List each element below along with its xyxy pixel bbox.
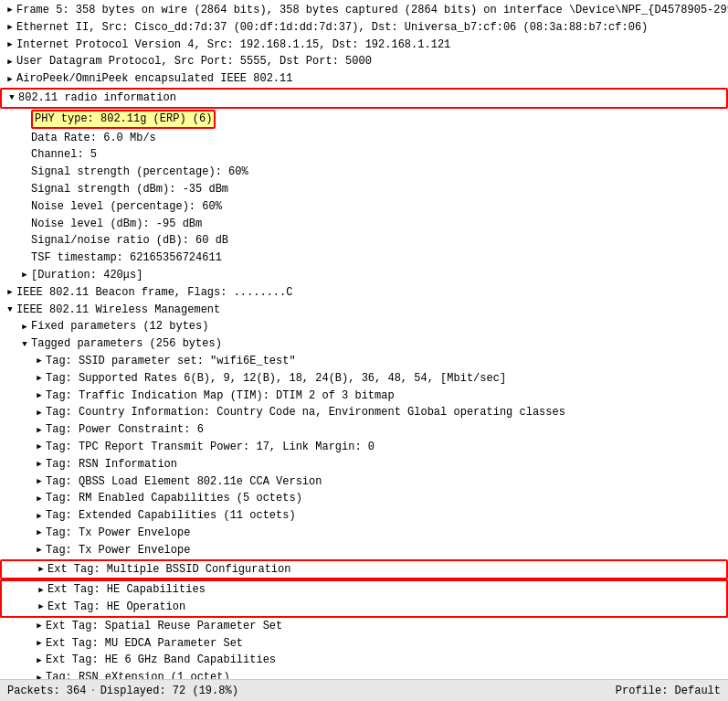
tree-line[interactable]: Ext Tag: Multiple BSSID Configuration (0, 559, 728, 580)
tree-line[interactable]: Ext Tag: HE 6 GHz Band Capabilities (0, 652, 728, 669)
line-text: Signal/noise ratio (dB): 60 dB (31, 233, 228, 249)
tree-line[interactable]: IEEE 802.11 Beacon frame, Flags: .......… (0, 284, 728, 302)
line-text: Tag: Tx Power Envelope (46, 543, 190, 558)
toggle-icon[interactable] (33, 544, 46, 557)
toggle-icon[interactable] (33, 526, 46, 539)
packet-tree[interactable]: Frame 5: 358 bytes on wire (2864 bits), … (0, 0, 728, 679)
toggle-icon[interactable] (33, 389, 46, 402)
line-text: Ext Tag: HE Operation (47, 600, 185, 615)
tree-line[interactable]: Ethernet II, Src: Cisco_dd:7d:37 (00:df:… (0, 19, 728, 37)
line-text: Ext Tag: Multiple BSSID Configuration (47, 562, 290, 578)
tree-line[interactable]: Internet Protocol Version 4, Src: 192.16… (0, 37, 728, 54)
toggle-icon[interactable] (33, 475, 46, 488)
tree-line[interactable]: PHY type: 802.11g (ERP) (6) (0, 109, 728, 130)
toggle-icon[interactable] (18, 321, 31, 334)
toggle-icon[interactable] (33, 510, 46, 523)
line-text: Tag: Supported Rates 6(B), 9, 12(B), 18,… (46, 371, 506, 387)
tree-line[interactable]: Tag: TPC Report Transmit Power: 17, Link… (0, 439, 728, 456)
toggle-icon[interactable] (33, 672, 46, 679)
line-text: Tag: Tx Power Envelope (46, 526, 190, 541)
displayed-count: Displayed: 72 (19.8%) (100, 685, 238, 697)
tree-line[interactable]: Ext Tag: HE Operation (0, 599, 728, 618)
line-text: Tag: RM Enabled Capabilities (5 octets) (46, 491, 302, 506)
line-text: Frame 5: 358 bytes on wire (2864 bits), … (16, 3, 728, 18)
tree-line[interactable]: Tag: RM Enabled Capabilities (5 octets) (0, 490, 728, 507)
toggle-icon[interactable] (33, 441, 46, 453)
toggle-icon[interactable] (33, 654, 46, 667)
tree-line[interactable]: Tag: QBSS Load Element 802.11e CCA Versi… (0, 473, 728, 491)
toggle-icon[interactable] (4, 56, 16, 69)
toggle-icon[interactable] (33, 372, 46, 385)
tree-line[interactable]: Ext Tag: HE Capabilities (0, 579, 728, 599)
line-text: Noise level (percentage): 60% (31, 199, 222, 215)
tree-line[interactable]: Signal strength (percentage): 60% (0, 164, 728, 181)
tree-line[interactable]: User Datagram Protocol, Src Port: 5555, … (0, 53, 728, 70)
toggle-icon[interactable] (4, 73, 16, 86)
tree-line[interactable]: Tag: Country Information: Country Code n… (0, 404, 728, 421)
line-text: Data Rate: 6.0 Mb/s (31, 131, 156, 146)
line-text: Tag: Traffic Indication Map (TIM): DTIM … (46, 388, 395, 404)
tree-line[interactable]: Ext Tag: MU EDCA Parameter Set (0, 635, 728, 653)
toggle-icon[interactable] (18, 338, 31, 351)
status-sep1: · (90, 685, 96, 697)
toggle-icon[interactable] (35, 584, 47, 597)
tree-line[interactable]: 802.11 radio information (0, 88, 728, 109)
tree-line[interactable]: Channel: 5 (0, 146, 728, 164)
tree-line[interactable]: Ext Tag: Spatial Reuse Parameter Set (0, 618, 728, 635)
line-text: Tagged parameters (256 bytes) (31, 336, 222, 352)
status-left: Packets: 364 · Displayed: 72 (19.8%) (7, 685, 238, 697)
line-text: IEEE 802.11 Beacon frame, Flags: .......… (16, 285, 292, 301)
toggle-icon[interactable] (33, 424, 46, 437)
line-text: Tag: SSID parameter set: "wifi6E_test" (46, 354, 296, 369)
tree-line[interactable]: Tagged parameters (256 bytes) (0, 335, 728, 353)
tree-line[interactable]: Tag: Tx Power Envelope (0, 525, 728, 542)
tree-line[interactable]: Tag: RSN Information (0, 456, 728, 473)
line-text: Internet Protocol Version 4, Src: 192.16… (16, 37, 450, 53)
tree-line[interactable]: Noise level (percentage): 60% (0, 198, 728, 216)
tree-line[interactable]: Data Rate: 6.0 Mb/s (0, 130, 728, 147)
tree-line[interactable]: AiroPeek/OmniPeek encapsulated IEEE 802.… (0, 70, 728, 88)
line-text: Tag: RSN Information (46, 457, 177, 473)
packets-count: Packets: 364 (7, 685, 86, 697)
tree-line[interactable]: Tag: SSID parameter set: "wifi6E_test" (0, 353, 728, 370)
tree-line[interactable]: Fixed parameters (12 bytes) (0, 318, 728, 335)
line-text: Tag: RSN eXtension (1 octet) (46, 670, 230, 679)
toggle-icon[interactable] (33, 355, 46, 367)
toggle-icon[interactable] (33, 637, 46, 650)
tree-line[interactable]: Frame 5: 358 bytes on wire (2864 bits), … (0, 2, 728, 19)
tree-line[interactable]: Tag: Tx Power Envelope (0, 542, 728, 559)
toggle-icon[interactable] (4, 4, 16, 16)
toggle-icon[interactable] (4, 38, 16, 51)
tree-line[interactable]: Tag: Traffic Indication Map (TIM): DTIM … (0, 388, 728, 405)
tree-line[interactable]: Signal/noise ratio (dB): 60 dB (0, 232, 728, 250)
toggle-icon[interactable] (33, 407, 46, 420)
line-text: User Datagram Protocol, Src Port: 5555, … (16, 54, 372, 69)
line-text: 802.11 radio information (18, 90, 176, 106)
line-text: Ethernet II, Src: Cisco_dd:7d:37 (00:df:… (16, 20, 648, 36)
tree-line[interactable]: Tag: Power Constraint: 6 (0, 421, 728, 439)
toggle-icon[interactable] (4, 303, 16, 316)
line-text: [Duration: 420μs] (31, 268, 142, 283)
toggle-icon[interactable] (33, 458, 46, 471)
toggle-icon[interactable] (18, 269, 31, 281)
toggle-icon[interactable] (4, 286, 16, 299)
toggle-icon[interactable] (35, 600, 47, 613)
line-text: TSF timestamp: 62165356724611 (31, 250, 222, 266)
tree-line[interactable]: Tag: RSN eXtension (1 octet) (0, 669, 728, 679)
profile-label: Profile: Default (616, 685, 721, 697)
tree-line[interactable]: Tag: Extended Capabilities (11 octets) (0, 507, 728, 525)
line-text: Ext Tag: HE Capabilities (47, 582, 206, 598)
toggle-icon[interactable] (35, 563, 47, 576)
tree-line[interactable]: Noise level (dBm): -95 dBm (0, 216, 728, 233)
tree-line[interactable]: Signal strength (dBm): -35 dBm (0, 181, 728, 198)
tree-line[interactable]: IEEE 802.11 Wireless Management (0, 302, 728, 319)
toggle-icon[interactable] (4, 21, 16, 34)
line-text: Ext Tag: Spatial Reuse Parameter Set (46, 619, 282, 634)
tree-line[interactable]: TSF timestamp: 62165356724611 (0, 250, 728, 267)
toggle-icon[interactable] (5, 91, 18, 104)
line-text: Signal strength (dBm): -35 dBm (31, 182, 228, 197)
toggle-icon[interactable] (33, 620, 46, 632)
tree-line[interactable]: Tag: Supported Rates 6(B), 9, 12(B), 18,… (0, 370, 728, 388)
toggle-icon[interactable] (33, 493, 46, 505)
tree-line[interactable]: [Duration: 420μs] (0, 267, 728, 284)
